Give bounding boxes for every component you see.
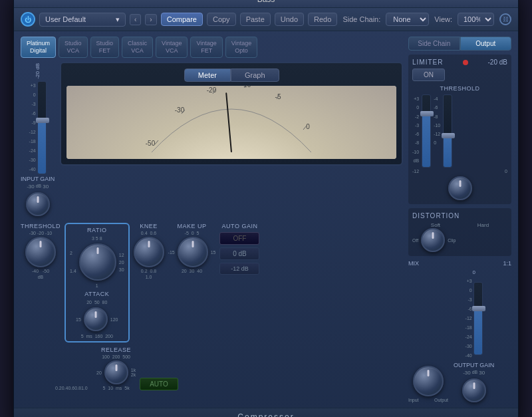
tab-platinum-digital[interactable]: PlatinumDigital (21, 37, 56, 58)
dist-hard-label: Hard (477, 222, 489, 228)
mix-knob-group: Input Output (408, 366, 448, 402)
window-title: Bass (257, 0, 275, 4)
mix-label-row: MIX 1:1 (408, 260, 511, 267)
right-threshold-label: THRESHOLD (412, 85, 507, 92)
limiter-on-button[interactable]: ON (412, 69, 445, 81)
ratio-label: RATIO (87, 227, 106, 233)
auto-gain-group: AUTO GAIN OFF 0 dB -12 dB (219, 223, 259, 275)
limiter-section: LIMITER -20 dB ON THRESHOLD +30-2-3-6-8-… (408, 55, 511, 204)
dist-clip-label: Clip (448, 238, 456, 243)
auto-gain-0db-button[interactable]: 0 dB (219, 247, 259, 260)
output-gain-knob[interactable] (462, 378, 486, 402)
release-knob[interactable] (104, 360, 128, 384)
model-tabs: PlatinumDigital StudioVCA StudioFET Clas… (21, 37, 403, 58)
auto-button[interactable]: AUTO (140, 378, 178, 390)
meter-area: Meter Graph -50 -30 -20 -10 (60, 62, 403, 166)
tab-vintage-fet[interactable]: VintageFET (190, 37, 222, 58)
vu-meter: -50 -30 -20 -10 -5 0 (66, 86, 396, 159)
makeup-knob[interactable] (178, 237, 208, 267)
right-threshold-fader[interactable] (422, 94, 431, 168)
limiter-db: -20 dB (488, 59, 507, 66)
mix-io-labels: Input Output (408, 398, 448, 402)
mix-label: MIX (408, 260, 419, 267)
paste-button[interactable]: Paste (240, 13, 271, 26)
input-gain-fader[interactable] (37, 81, 47, 174)
distortion-label: DISTORTION (412, 212, 507, 219)
copy-button[interactable]: Copy (207, 13, 236, 26)
dist-labels: Soft Hard (412, 222, 507, 228)
main-controls-row: THRESHOLD -30-20-10 -40 -50 dB RATIO 358… (21, 223, 403, 343)
distortion-knob[interactable] (421, 228, 445, 252)
power-button[interactable]: ⏻ (21, 12, 35, 27)
makeup-group: MAKE UP -5 0 5 -15 15 20 30 40 (168, 223, 216, 273)
ratio-knob[interactable] (79, 243, 116, 281)
auto-gain-off-button[interactable]: OFF (219, 232, 259, 245)
tab-classic-vca[interactable]: ClassicVCA (122, 37, 153, 58)
makeup-label: MAKE UP (178, 223, 207, 229)
preset-dropdown[interactable]: User Default ▾ (39, 13, 126, 27)
limiter-header: LIMITER -20 dB (412, 59, 507, 66)
output-gain-fader[interactable] (473, 282, 483, 355)
view-label: View: (434, 15, 452, 23)
mix-section: MIX 1:1 Input Output 0 (408, 260, 511, 402)
auto-gain-12db-button[interactable]: -12 dB (219, 263, 259, 275)
dropdown-arrow-icon: ▾ (116, 15, 120, 24)
left-panel: PlatinumDigital StudioVCA StudioFET Clas… (21, 37, 403, 402)
threshold-scale-labels: -120 (412, 169, 507, 174)
tab-vintage-opto[interactable]: VintageOpto (225, 37, 257, 58)
svg-text:0: 0 (306, 123, 310, 130)
bottom-bar: Compressor (14, 408, 518, 417)
dist-soft-label: Soft (431, 222, 440, 228)
input-gain-fader-group: -20 dB +30-3-6-9-12-18-24-30-40 INPUT GA… (21, 63, 55, 217)
toolbar: ⏻ User Default ▾ ‹ › Compare Copy Paste … (14, 8, 518, 31)
undo-button[interactable]: Undo (275, 13, 304, 26)
knee-bottom-group: 0.20.40.60.81.0 (55, 386, 86, 390)
output-gain-range: -30 dB 30 (463, 370, 485, 376)
link-icon[interactable]: ⛓ (499, 13, 511, 25)
attack-knob[interactable] (84, 307, 108, 331)
svg-line-6 (155, 140, 158, 144)
distortion-section: DISTORTION Soft Hard Off Clip (408, 208, 511, 256)
side-chain-tab[interactable]: Side Chain (408, 37, 460, 51)
input-gain-label: INPUT GAIN (21, 176, 55, 182)
side-chain-select[interactable]: None (386, 13, 429, 26)
svg-text:-30: -30 (175, 106, 185, 114)
right-fader-area: +30-2-3-6-8-10dB -4-6-8-10-120 (412, 94, 507, 168)
graph-tab[interactable]: Graph (231, 69, 279, 82)
side-chain-label: Side Chain: (342, 15, 380, 23)
nav-forward-button[interactable]: › (145, 14, 156, 25)
auto-gain-label: AUTO GAIN (222, 223, 258, 229)
knee-knob[interactable] (134, 237, 164, 267)
view-select[interactable]: 100% (458, 13, 494, 26)
right-panel: Side Chain Output LIMITER -20 dB ON THRE… (408, 37, 511, 402)
meter-tabs: Meter Graph (66, 69, 396, 82)
meter-tab[interactable]: Meter (184, 69, 231, 82)
output-gain-group: 0 +30-3-6-12-18-24-30-40 OUTPUT GAIN (454, 269, 494, 402)
dist-off-label: Off (412, 238, 418, 243)
bottom-label: Compressor (237, 412, 294, 417)
compare-button[interactable]: Compare (161, 13, 203, 26)
mix-fader-row: Input Output 0 +30-3-6-12-18-24-30-40 (408, 269, 511, 402)
tab-studio-fet[interactable]: StudioFET (90, 37, 120, 58)
right-fader2[interactable] (443, 94, 452, 168)
limiter-dot (463, 60, 468, 65)
threshold-knob[interactable] (25, 237, 56, 267)
input-gain-knob[interactable] (26, 192, 50, 216)
mix-ratio: 1:1 (503, 260, 511, 267)
output-tab[interactable]: Output (460, 37, 512, 51)
ratio-group: RATIO 358 21.4 122030 1 ATTACK 20 50 80 … (65, 223, 130, 343)
tab-studio-vca[interactable]: StudioVCA (59, 37, 88, 58)
limiter-label: LIMITER (412, 59, 443, 66)
tab-vintage-vca[interactable]: VintageVCA (156, 37, 188, 58)
mix-output-label: Output (434, 398, 448, 402)
right-threshold-knob[interactable] (448, 176, 472, 200)
knee-label: KNEE (140, 223, 158, 229)
bottom-controls-row: 0.20.40.60.81.0 RELEASE 100 200 500 20 1… (21, 347, 403, 390)
release-group: RELEASE 100 200 500 20 1k2k 5 10 ms 5k (96, 347, 136, 390)
threshold-group: THRESHOLD -30-20-10 -40 -50 dB (21, 223, 61, 279)
nav-back-button[interactable]: ‹ (130, 14, 141, 25)
side-output-tabs: Side Chain Output (408, 37, 511, 51)
redo-button[interactable]: Redo (308, 13, 337, 26)
mix-knob[interactable] (413, 366, 444, 396)
title-bar: Bass (14, 0, 518, 8)
